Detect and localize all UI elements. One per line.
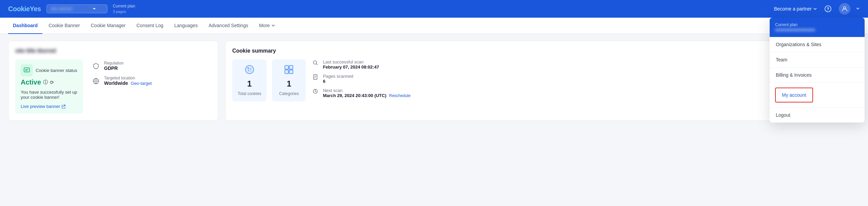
svg-point-6 bbox=[248, 68, 249, 69]
categories-card: 1 Categories bbox=[272, 59, 306, 101]
nav-item-cookie-manager[interactable]: Cookie Manager bbox=[86, 18, 131, 34]
refresh-icon: ⟳ bbox=[50, 80, 54, 85]
categories-icon bbox=[284, 65, 294, 76]
search-icon bbox=[313, 60, 319, 67]
geo-target-link[interactable]: Geo-target bbox=[131, 81, 152, 86]
more-chevron-icon bbox=[271, 23, 275, 27]
dropdown-header: Current plan ●●●●●●●●●●●●●●● bbox=[770, 18, 865, 37]
svg-point-7 bbox=[250, 69, 251, 70]
dropdown-item-my-account[interactable]: My account bbox=[770, 83, 865, 108]
help-circle-icon: ? bbox=[825, 5, 831, 12]
left-inner-content: Cookie banner status Active ⓘ ⟳ You have… bbox=[15, 59, 211, 114]
dropdown-item-organizations[interactable]: Organizations & Sites bbox=[770, 37, 865, 52]
avatar-button[interactable] bbox=[839, 3, 850, 15]
regulation-row: Regulation GDPR bbox=[91, 61, 152, 71]
left-panel: site title blurred Cookie banner status … bbox=[8, 41, 218, 121]
next-scan-info: Next scan March 29, 2024 20:43:00 (UTC) … bbox=[323, 88, 411, 98]
svg-rect-11 bbox=[289, 65, 293, 69]
top-navigation: CookieYes site selector Current plan 3 p… bbox=[0, 0, 868, 18]
info-icon: ⓘ bbox=[43, 79, 48, 86]
banner-status-value: Active ⓘ ⟳ bbox=[21, 78, 78, 86]
chevron-down-icon bbox=[813, 7, 817, 11]
categories-count: 1 bbox=[287, 79, 291, 89]
dropdown-item-logout[interactable]: Logout bbox=[770, 108, 865, 123]
svg-rect-10 bbox=[285, 65, 289, 69]
shield-icon bbox=[91, 61, 101, 71]
regulation-section: Regulation GDPR Targeted location bbox=[91, 61, 152, 114]
cookie-summary-panel: Cookie summary 1 Total cookies bbox=[225, 41, 860, 121]
site-selector-text: site selector bbox=[51, 6, 73, 11]
nav-item-dashboard[interactable]: Dashboard bbox=[8, 18, 42, 34]
nav-item-cookie-banner[interactable]: Cookie Banner bbox=[44, 18, 85, 34]
external-link-icon bbox=[61, 105, 65, 109]
site-title: site title blurred bbox=[15, 48, 211, 54]
clock-icon bbox=[313, 89, 319, 95]
svg-rect-3 bbox=[24, 68, 29, 72]
dropdown-item-team[interactable]: Team bbox=[770, 52, 865, 68]
reschedule-link[interactable]: Reschedule bbox=[389, 93, 411, 98]
live-preview-link[interactable]: Live preview banner bbox=[21, 104, 78, 109]
total-cookies-label: Total cookies bbox=[238, 91, 261, 96]
pages-scanned-info: Pages scanned 6 bbox=[323, 74, 353, 84]
regulation-info: Regulation GDPR bbox=[104, 61, 123, 71]
nav-item-consent-log[interactable]: Consent Log bbox=[132, 18, 168, 34]
document-icon bbox=[313, 74, 319, 81]
banner-status-card: Cookie banner status Active ⓘ ⟳ You have… bbox=[15, 59, 83, 114]
svg-point-5 bbox=[245, 65, 254, 74]
main-content: site title blurred Cookie banner status … bbox=[0, 34, 868, 128]
user-dropdown-menu: Current plan ●●●●●●●●●●●●●●● Organizatio… bbox=[770, 18, 865, 123]
become-partner-link[interactable]: Become a partner bbox=[774, 6, 817, 12]
avatar-dropdown-arrow[interactable] bbox=[856, 6, 860, 12]
sub-navigation: Dashboard Cookie Banner Cookie Manager C… bbox=[0, 18, 868, 34]
total-cookies-count: 1 bbox=[247, 79, 252, 89]
banner-status-desc: You have successfully set up your cookie… bbox=[21, 90, 78, 100]
nav-item-languages[interactable]: Languages bbox=[170, 18, 202, 34]
categories-label: Categories bbox=[279, 91, 299, 96]
banner-icon bbox=[23, 67, 30, 74]
svg-rect-13 bbox=[289, 70, 293, 74]
chevron-down-small-icon bbox=[856, 6, 860, 11]
nav-item-advanced-settings[interactable]: Advanced Settings bbox=[204, 18, 253, 34]
cookie-content: 1 Total cookies 1 Categories bbox=[232, 59, 853, 107]
help-button[interactable]: ? bbox=[823, 3, 833, 14]
svg-point-8 bbox=[248, 70, 249, 71]
targeted-location-row: Targeted location Worldwide Geo-target bbox=[91, 76, 152, 86]
cookie-icon bbox=[245, 65, 254, 76]
brand-logo[interactable]: CookieYes bbox=[8, 5, 41, 13]
total-cookies-card: 1 Total cookies bbox=[232, 59, 267, 101]
site-selector[interactable]: site selector bbox=[46, 4, 107, 13]
next-scan-value: March 29, 2024 20:43:00 (UTC) bbox=[323, 93, 386, 98]
nav-right-section: Become a partner ? bbox=[774, 3, 860, 15]
last-scan-info: Last successful scan February 07, 2024 0… bbox=[323, 59, 379, 70]
svg-text:?: ? bbox=[827, 7, 829, 12]
banner-status-icon bbox=[21, 64, 33, 76]
svg-point-9 bbox=[251, 71, 251, 71]
cookie-stats: 1 Total cookies 1 Categories bbox=[232, 59, 306, 101]
chevron-down-icon bbox=[92, 7, 96, 11]
globe-icon bbox=[91, 76, 101, 86]
current-plan-info: Current plan 3 pages bbox=[113, 4, 135, 14]
dropdown-item-billing[interactable]: Billing & Invoices bbox=[770, 68, 865, 83]
highlighted-box: My account bbox=[775, 88, 813, 102]
svg-rect-12 bbox=[285, 70, 289, 74]
dropdown-account-value: ●●●●●●●●●●●●●●● bbox=[775, 27, 815, 32]
user-icon bbox=[842, 6, 848, 12]
cookie-summary-title: Cookie summary bbox=[232, 48, 853, 54]
dropdown-plan-label: Current plan bbox=[775, 22, 815, 27]
nav-item-more[interactable]: More bbox=[254, 18, 280, 34]
location-info: Targeted location Worldwide Geo-target bbox=[104, 76, 152, 86]
